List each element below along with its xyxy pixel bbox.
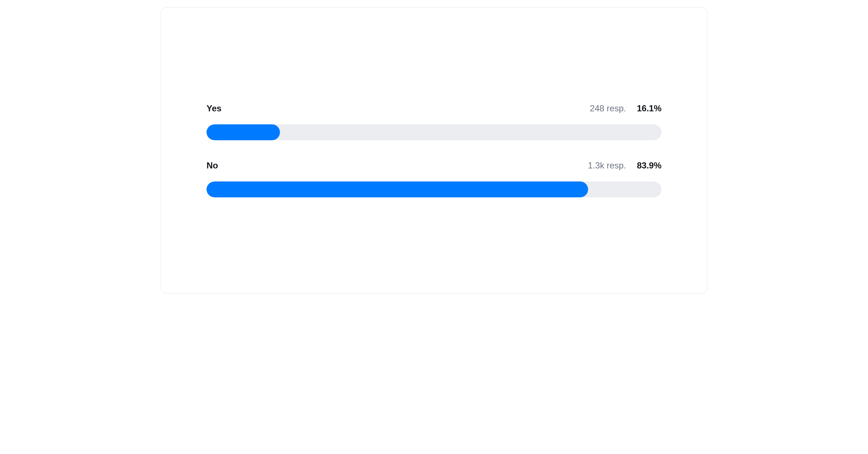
result-row-yes: Yes 248 resp. 16.1% (207, 103, 661, 140)
bar-fill (207, 124, 280, 140)
option-label: No (207, 160, 218, 171)
row-header: Yes 248 resp. 16.1% (207, 103, 661, 113)
row-header: No 1.3k resp. 83.9% (207, 160, 661, 171)
bar-track (207, 181, 661, 197)
poll-results-card: Yes 248 resp. 16.1% No 1.3k resp. 83.9% (161, 7, 707, 294)
percentage-value: 83.9% (637, 160, 661, 171)
response-count: 248 resp. (590, 103, 626, 113)
response-count: 1.3k resp. (588, 160, 626, 171)
bar-fill (207, 181, 588, 197)
option-label: Yes (207, 103, 221, 113)
option-stats: 1.3k resp. 83.9% (588, 160, 661, 171)
result-row-no: No 1.3k resp. 83.9% (207, 160, 661, 197)
bar-track (207, 124, 661, 140)
percentage-value: 16.1% (637, 103, 661, 113)
option-stats: 248 resp. 16.1% (590, 103, 661, 113)
